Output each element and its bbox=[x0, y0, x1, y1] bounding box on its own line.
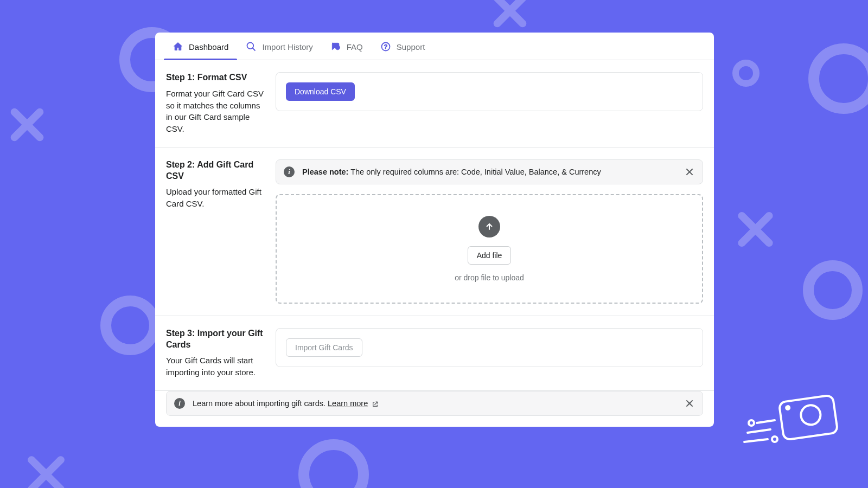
footer-banner: i Learn more about importing gift cards.… bbox=[166, 391, 703, 416]
content: Step 1: Format CSV Format your Gift Card… bbox=[155, 60, 714, 416]
svg-text:?: ? bbox=[384, 43, 387, 50]
tab-label: Dashboard bbox=[189, 42, 228, 52]
download-csv-button[interactable]: Download CSV bbox=[286, 82, 355, 101]
upload-icon bbox=[478, 216, 500, 237]
tab-label: Import History bbox=[262, 42, 312, 52]
svg-line-1 bbox=[253, 48, 256, 51]
svg-point-11 bbox=[772, 436, 777, 442]
step-3-panel: Import Gift Cards bbox=[276, 328, 703, 367]
info-icon: i bbox=[284, 166, 295, 177]
app-window: Dashboard Import History FAQ ? Support S… bbox=[155, 33, 714, 427]
step-3-desc: Your Gift Cards will start importing int… bbox=[166, 355, 265, 378]
banner-text: Please note: The only required columns a… bbox=[302, 168, 676, 176]
close-icon[interactable] bbox=[684, 166, 695, 177]
svg-point-0 bbox=[247, 43, 254, 49]
import-gift-cards-button[interactable]: Import Gift Cards bbox=[286, 338, 362, 357]
step-1-title: Step 1: Format CSV bbox=[166, 72, 265, 84]
tab-support[interactable]: ? Support bbox=[372, 33, 434, 60]
step-2-row: Step 2: Add Gift Card CSV Upload your fo… bbox=[155, 147, 714, 316]
learn-more-link[interactable]: Learn more bbox=[328, 399, 368, 408]
tab-dashboard[interactable]: Dashboard bbox=[164, 33, 237, 60]
file-dropzone[interactable]: Add file or drop file to upload bbox=[276, 194, 703, 304]
add-file-button[interactable]: Add file bbox=[468, 246, 512, 265]
tab-import-history[interactable]: Import History bbox=[237, 33, 321, 60]
help-icon: ? bbox=[380, 41, 391, 52]
tab-label: Support bbox=[397, 42, 425, 52]
step-1-desc: Format your Gift Card CSV so it matches … bbox=[166, 88, 265, 135]
step-2-title: Step 2: Add Gift Card CSV bbox=[166, 159, 265, 182]
chat-icon bbox=[330, 41, 341, 52]
info-banner: i Please note: The only required columns… bbox=[276, 159, 703, 184]
drop-hint: or drop file to upload bbox=[455, 273, 524, 282]
svg-point-2 bbox=[335, 46, 340, 50]
svg-rect-5 bbox=[779, 395, 838, 440]
svg-line-10 bbox=[748, 429, 770, 433]
step-3-row: Step 3: Import your Gift Cards Your Gift… bbox=[155, 316, 714, 391]
external-link-icon bbox=[372, 401, 379, 408]
tab-faq[interactable]: FAQ bbox=[322, 33, 372, 60]
search-clock-icon bbox=[246, 41, 257, 52]
svg-line-12 bbox=[744, 439, 768, 442]
step-1-row: Step 1: Format CSV Format your Gift Card… bbox=[155, 60, 714, 147]
svg-point-8 bbox=[749, 420, 754, 426]
footer-text: Learn more about importing gift cards. L… bbox=[193, 399, 676, 408]
svg-point-7 bbox=[786, 406, 790, 410]
svg-line-9 bbox=[757, 420, 775, 423]
info-icon: i bbox=[174, 398, 185, 409]
tab-label: FAQ bbox=[347, 42, 363, 52]
home-icon bbox=[173, 41, 183, 52]
close-icon[interactable] bbox=[684, 398, 695, 409]
step-3-title: Step 3: Import your Gift Cards bbox=[166, 328, 265, 351]
step-1-panel: Download CSV bbox=[276, 72, 703, 111]
tab-bar: Dashboard Import History FAQ ? Support bbox=[155, 33, 714, 60]
camera-doodle-icon bbox=[732, 390, 841, 455]
step-2-desc: Upload your formatted Gift Card CSV. bbox=[166, 186, 265, 210]
svg-point-6 bbox=[800, 404, 822, 426]
